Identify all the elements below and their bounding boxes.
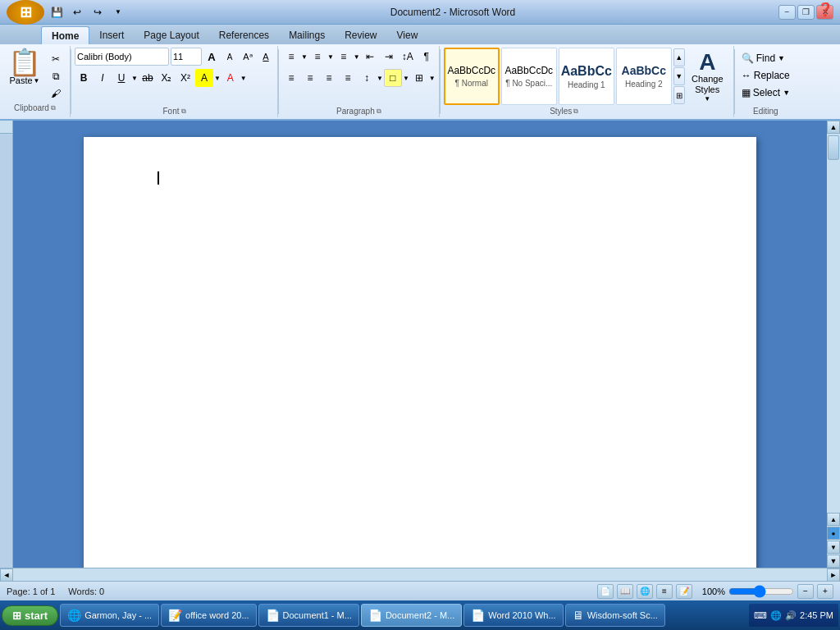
styles-expand-icon[interactable]: ⧉ [573,107,578,116]
tab-page-layout[interactable]: Page Layout [134,26,208,44]
find-button[interactable]: 🔍 Find ▼ [738,51,788,66]
borders-button[interactable]: ⊞ [410,69,428,87]
scroll-select-browse[interactable]: ● [827,527,840,540]
select-button[interactable]: ▦ Select ▼ [738,85,793,100]
minimize-button[interactable]: − [778,5,796,20]
shading-button[interactable]: □ [384,69,402,87]
change-case-button[interactable]: Aᵃ [240,48,256,65]
tab-home[interactable]: Home [41,26,89,44]
decrease-indent-button[interactable]: ⇤ [361,48,379,66]
replace-button[interactable]: ↔ Replace [738,68,793,83]
font-color-button[interactable]: A [221,69,240,87]
sort-button[interactable]: ↕A [399,48,417,66]
paragraph-expand-icon[interactable]: ⧉ [377,107,381,116]
redo-quick-btn[interactable]: ↪ [89,4,107,21]
zoom-in-btn[interactable]: + [817,584,833,599]
restore-button[interactable]: ❐ [797,5,815,20]
justify-button[interactable]: ≡ [339,69,357,87]
paste-button[interactable]: 📋 Paste ▼ [5,48,44,87]
change-styles-button[interactable]: A ChangeStyles ▼ [685,48,730,106]
help-icon[interactable]: ❓ [817,2,833,16]
scroll-up-button[interactable]: ▲ [827,121,840,134]
format-painter-button[interactable]: 🖌 [47,85,65,102]
select-arrow[interactable]: ▼ [783,89,790,97]
bullets-arrow[interactable]: ▼ [301,53,308,61]
scroll-thumb[interactable] [828,135,839,160]
undo-quick-btn[interactable]: ↩ [68,4,86,21]
font-grow-button[interactable]: A [203,48,220,65]
cut-button[interactable]: ✂ [47,51,65,67]
multilevel-arrow[interactable]: ▼ [354,53,360,61]
taskbar-item-document2[interactable]: 📄 Document2 - M... [361,604,462,627]
web-layout-view-btn[interactable]: 🌐 [637,584,653,599]
taskbar-item-officeword[interactable]: 📝 office word 20... [161,604,256,627]
scroll-right-button[interactable]: ► [827,568,840,582]
document-canvas[interactable] [84,137,756,568]
underline-arrow[interactable]: ▼ [131,75,138,82]
bold-button[interactable]: B [75,69,93,87]
increase-indent-button[interactable]: ⇥ [380,48,398,66]
customize-quick-btn[interactable]: ▼ [109,4,127,21]
numbering-arrow[interactable]: ▼ [327,53,334,61]
taskbar-item-garmon[interactable]: 🌐 Garmon, Jay - ... [60,604,159,627]
full-reading-view-btn[interactable]: 📖 [617,584,633,599]
highlight-arrow[interactable]: ▼ [214,75,221,82]
taskbar-item-wisdomsoft[interactable]: 🖥 Wisdom-soft Sc... [565,604,665,627]
bullets-button[interactable]: ≡ [282,48,300,66]
find-arrow[interactable]: ▼ [778,54,785,62]
italic-button[interactable]: I [94,69,112,87]
garmon-icon: 🌐 [67,609,81,622]
outline-view-btn[interactable]: ≡ [656,584,673,599]
superscript-button[interactable]: X² [176,69,194,87]
font-name-input[interactable] [75,48,169,66]
underline-button[interactable]: U [112,69,130,87]
scroll-next-page[interactable]: ▼ [827,541,840,554]
tab-references[interactable]: References [209,26,279,44]
subscript-button[interactable]: X₂ [158,69,176,87]
numbering-button[interactable]: ≡ [308,48,326,66]
styles-scroll-up[interactable]: ▲ [673,48,685,66]
font-color-arrow[interactable]: ▼ [240,75,247,82]
multilevel-button[interactable]: ≡ [335,48,353,66]
scroll-down-button[interactable]: ▼ [827,555,840,568]
tab-view[interactable]: View [387,26,428,44]
taskbar-item-word2010[interactable]: 📄 Word 2010 Wh... [463,604,563,627]
draft-view-btn[interactable]: 📝 [676,584,692,599]
shading-arrow[interactable]: ▼ [403,75,409,82]
print-layout-view-btn[interactable]: 📄 [597,584,614,599]
zoom-out-btn[interactable]: − [797,584,814,599]
line-spacing-button[interactable]: ↕ [358,69,376,87]
style-heading2[interactable]: AaBbCc Heading 2 [616,48,672,105]
tab-review[interactable]: Review [335,26,386,44]
zoom-slider[interactable] [728,586,794,597]
clipboard-expand-icon[interactable]: ⧉ [51,104,56,112]
scroll-prev-page[interactable]: ▲ [827,513,840,526]
styles-scroll-down[interactable]: ▼ [673,67,685,85]
start-button[interactable]: ⊞ start [2,605,58,626]
align-left-button[interactable]: ≡ [282,69,300,87]
tab-insert[interactable]: Insert [89,26,134,44]
tab-mailings[interactable]: Mailings [279,26,335,44]
text-highlight-button[interactable]: A [195,69,213,87]
align-right-button[interactable]: ≡ [320,69,338,87]
copy-button[interactable]: ⧉ [47,68,65,84]
style-normal[interactable]: AaBbCcDc ¶ Normal [444,48,500,105]
line-spacing-arrow[interactable]: ▼ [377,75,383,82]
font-shrink-button[interactable]: A [221,48,238,65]
paste-dropdown-icon[interactable]: ▼ [34,77,40,84]
save-quick-btn[interactable]: 💾 [48,4,66,21]
font-expand-icon[interactable]: ⧉ [181,107,186,116]
show-paragraph-button[interactable]: ¶ [418,48,436,66]
style-no-spacing[interactable]: AaBbCcDc ¶ No Spaci... [501,48,557,105]
style-heading1[interactable]: AaBbCc Heading 1 [559,48,614,105]
strikethrough-button[interactable]: ab [139,69,157,87]
borders-arrow[interactable]: ▼ [429,75,436,82]
align-center-button[interactable]: ≡ [301,69,319,87]
office-button[interactable]: ⊞ [7,0,44,25]
font-size-input[interactable] [171,48,202,66]
taskbar-item-document1[interactable]: 📄 Document1 - M... [258,604,359,627]
styles-scroll-more[interactable]: ⊞ [673,86,685,104]
clear-format-button[interactable]: A [258,48,274,65]
scroll-left-button[interactable]: ◄ [0,568,13,582]
change-styles-arrow[interactable]: ▼ [704,95,710,103]
